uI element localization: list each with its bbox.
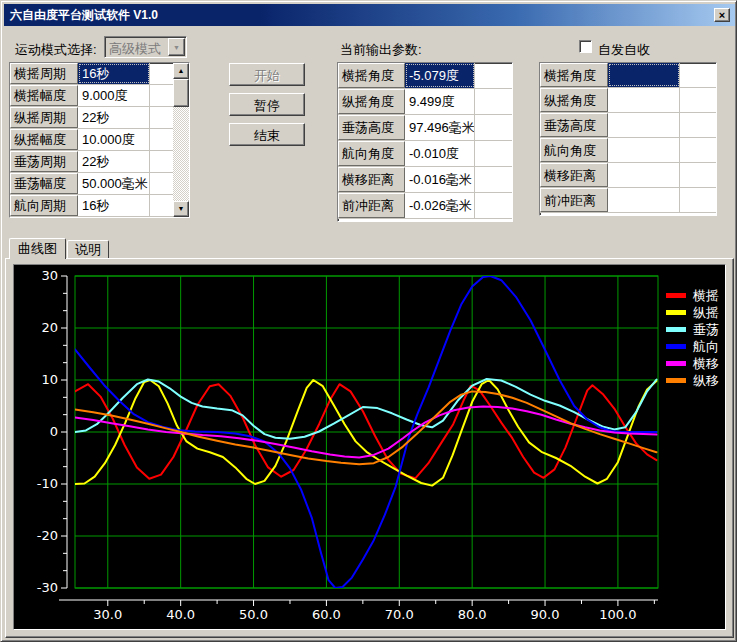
feedback-output-row-value[interactable] [608,88,680,112]
motion-param-row-value[interactable]: 16秒 [78,63,150,84]
legend-swatch-icon [666,310,686,315]
current-output-row-value[interactable]: -0.026毫米 [405,193,475,218]
current-output-row[interactable]: 横移距离-0.016毫米 [338,167,512,193]
svg-text:60.0: 60.0 [312,607,341,622]
legend-label: 垂荡 [693,321,719,339]
motion-param-row-value[interactable]: 9.000度 [78,85,150,106]
current-output-row[interactable]: 航向角度-0.010度 [338,141,512,167]
legend-item: 纵摇 [666,304,719,321]
mode-combobox-value: 高级模式 [109,40,161,58]
legend-label: 纵移 [693,372,719,390]
svg-text:70.0: 70.0 [385,607,414,622]
feedback-output-row-value[interactable] [608,138,680,162]
stop-button[interactable]: 结束 [229,123,305,146]
motion-param-row[interactable]: 纵摇周期22秒 [10,107,173,129]
current-output-row-value[interactable]: 9.499度 [405,89,475,114]
current-output-row[interactable]: 横摇角度-5.079度 [338,63,512,89]
scrollbar-thumb[interactable] [173,79,189,107]
close-button[interactable]: × [714,8,730,22]
current-output-row[interactable]: 前冲距离-0.026毫米 [338,193,512,219]
current-output-row[interactable]: 纵摇角度9.499度 [338,89,512,115]
svg-text:-30: -30 [37,580,58,595]
svg-text:0: 0 [50,424,58,439]
current-output-row-label: 横移距离 [338,167,405,192]
svg-text:90.0: 90.0 [531,607,560,622]
current-output-row-value[interactable]: 97.496毫米 [405,115,475,140]
feedback-output-row-label: 航向角度 [540,138,608,162]
feedback-output-row-label: 纵摇角度 [540,88,608,112]
current-output-rows: 横摇角度-5.079度纵摇角度9.499度垂荡高度97.496毫米航向角度-0.… [338,63,512,221]
motion-param-row[interactable]: 垂荡幅度50.000毫米 [10,173,173,195]
legend-label: 纵摇 [693,304,719,322]
curve-chart: -30-20-10010203030.040.050.060.070.080.0… [13,264,726,630]
tab-curve-chart[interactable]: 曲线图 [9,238,66,259]
mode-select-label: 运动模式选择: [15,41,97,59]
motion-param-row-value[interactable]: 16秒 [78,195,150,216]
feedback-output-row-value[interactable] [608,63,680,87]
feedback-output-row-value[interactable] [608,163,680,187]
legend-item: 纵移 [666,372,719,389]
svg-text:10: 10 [41,372,58,387]
tab-description[interactable]: 说明 [67,240,109,258]
motion-param-row-value[interactable]: 10.000度 [78,129,150,150]
scroll-down-button[interactable]: ▼ [173,201,189,217]
tab-description-label: 说明 [75,242,101,257]
scroll-up-icon: ▲ [178,67,185,74]
mode-combobox[interactable]: 高级模式 ▼ [104,36,187,58]
motion-param-row-label: 横摇周期 [10,63,78,84]
current-output-table[interactable]: 横摇角度-5.079度纵摇角度9.499度垂荡高度97.496毫米航向角度-0.… [337,62,513,222]
motion-param-row-label: 垂荡周期 [10,151,78,172]
scroll-up-button[interactable]: ▲ [173,63,189,79]
feedback-output-row[interactable]: 航向角度 [540,138,716,163]
feedback-output-rows: 横摇角度纵摇角度垂荡高度航向角度横移距离前冲距离 [540,63,716,215]
svg-text:-10: -10 [37,476,58,491]
motion-param-row[interactable]: 横摇周期16秒 [10,63,173,85]
motion-param-row-value[interactable]: 22秒 [78,151,150,172]
current-output-row-value[interactable]: -0.016毫米 [405,167,475,192]
feedback-output-row[interactable]: 纵摇角度 [540,88,716,113]
motion-param-rows: 横摇周期16秒横摇幅度9.000度纵摇周期22秒纵摇幅度10.000度垂荡周期2… [10,63,173,217]
feedback-output-row-value[interactable] [608,113,680,137]
feedback-output-table[interactable]: 横摇角度纵摇角度垂荡高度航向角度横移距离前冲距离 [539,62,717,216]
param-list-scrollbar[interactable]: ▲ ▼ [173,63,189,217]
svg-text:-20: -20 [37,528,58,543]
title-bar[interactable]: 六自由度平台测试软件 V1.0 × [4,4,735,26]
motion-param-row[interactable]: 纵摇幅度10.000度 [10,129,173,151]
current-output-row[interactable]: 垂荡高度97.496毫米 [338,115,512,141]
feedback-output-row-label: 前冲距离 [540,188,608,212]
feedback-output-row[interactable]: 横移距离 [540,163,716,188]
svg-text:30.0: 30.0 [93,607,122,622]
legend-swatch-icon [666,293,686,298]
tab-curve-chart-label: 曲线图 [18,241,57,256]
feedback-output-row-label: 垂荡高度 [540,113,608,137]
mode-combobox-dropdown-button[interactable]: ▼ [168,38,185,56]
feedback-output-row-value[interactable] [608,188,680,212]
svg-text:30: 30 [41,268,58,283]
loopback-checkbox-label: 自发自收 [598,41,650,59]
legend-label: 横移 [693,355,719,373]
curve-chart-svg: -30-20-10010203030.040.050.060.070.080.0… [14,265,727,631]
current-output-row-value[interactable]: -5.079度 [405,63,475,88]
legend-swatch-icon [666,344,686,349]
feedback-output-row[interactable]: 横摇角度 [540,63,716,88]
close-icon: × [719,9,725,21]
current-output-row-label: 横摇角度 [338,63,405,88]
legend-swatch-icon [666,361,686,366]
motion-param-row[interactable]: 垂荡周期22秒 [10,151,173,173]
legend-item: 横摇 [666,287,719,304]
feedback-output-row[interactable]: 垂荡高度 [540,113,716,138]
motion-param-row-value[interactable]: 22秒 [78,107,150,128]
motion-param-list[interactable]: 横摇周期16秒横摇幅度9.000度纵摇周期22秒纵摇幅度10.000度垂荡周期2… [9,62,190,218]
motion-param-row[interactable]: 横摇幅度9.000度 [10,85,173,107]
motion-param-row-label: 航向周期 [10,195,78,216]
pause-button[interactable]: 暂停 [229,93,305,116]
motion-param-row-value[interactable]: 50.000毫米 [78,173,150,194]
motion-param-row-label: 纵摇周期 [10,107,78,128]
current-output-row-label: 垂荡高度 [338,115,405,140]
current-output-row-value[interactable]: -0.010度 [405,141,475,166]
motion-param-row[interactable]: 航向周期16秒 [10,195,173,217]
svg-text:80.0: 80.0 [458,607,487,622]
start-button[interactable]: 开始 [229,63,305,86]
loopback-checkbox[interactable] [579,40,592,53]
feedback-output-row[interactable]: 前冲距离 [540,188,716,213]
